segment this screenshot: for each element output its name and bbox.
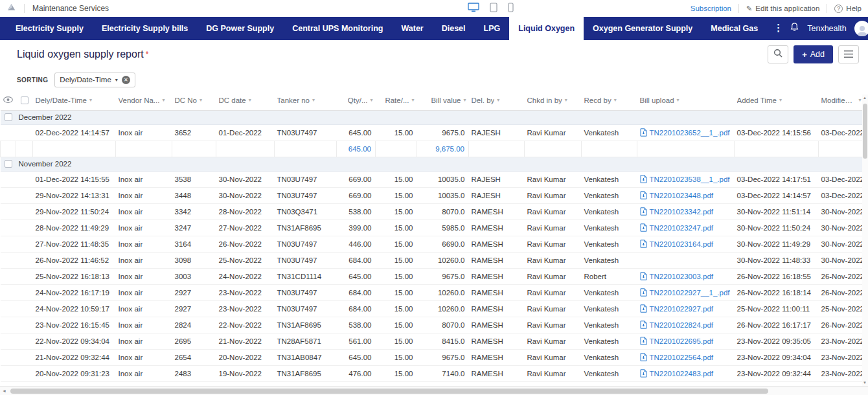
avatar[interactable] bbox=[854, 21, 868, 36]
bill-upload-link[interactable]: TN2201022483.pdf bbox=[650, 370, 713, 378]
remove-sort-icon[interactable]: ✕ bbox=[122, 76, 130, 84]
column-menu-icon[interactable]: ▾ bbox=[89, 97, 92, 103]
nav-tab-oxygen-generator-supply[interactable]: Oxygen Generator Supply bbox=[584, 17, 702, 40]
cell-bill-upload[interactable]: TN2201022564.pdf bbox=[637, 349, 735, 365]
column-header-rate[interactable]: Rate/...▾ bbox=[376, 91, 417, 110]
column-menu-icon[interactable]: ▾ bbox=[249, 97, 251, 103]
bill-upload-link[interactable]: TN2201022927.pdf bbox=[650, 305, 713, 313]
column-menu-icon[interactable]: ▾ bbox=[463, 97, 466, 103]
cell-bill-upload[interactable]: TN2201023342.pdf bbox=[637, 203, 735, 220]
table-row[interactable]: 29-Nov-2022 14:13:31Inox air344830-Nov-2… bbox=[1, 187, 864, 203]
cell-bill-upload[interactable]: TN2201022483.pdf bbox=[637, 365, 735, 381]
table-row[interactable]: 02-Dec-2022 14:14:57Inox air365201-Dec-2… bbox=[1, 124, 864, 141]
horizontal-scrollbar[interactable]: ◄ bbox=[0, 386, 868, 395]
column-header-dely-date-time[interactable]: Dely/Date-Time▾ bbox=[33, 91, 116, 110]
mobile-icon[interactable] bbox=[508, 3, 514, 15]
view-options-button[interactable] bbox=[838, 45, 859, 63]
notifications-bell-icon[interactable] bbox=[790, 22, 799, 35]
group-checkbox[interactable] bbox=[1, 157, 16, 171]
chevron-down-icon[interactable]: ▾ bbox=[115, 77, 118, 83]
cell-bill-upload[interactable]: TN2201022824.pdf bbox=[637, 317, 735, 333]
bill-upload-link[interactable]: TN2201022564.pdf bbox=[650, 354, 713, 361]
column-menu-icon[interactable]: ▾ bbox=[858, 97, 861, 103]
cell-bill-upload[interactable]: TN2201023003.pdf bbox=[637, 268, 735, 284]
table-row[interactable]: 24-Nov-2022 16:17:19Inox air292723-Nov-2… bbox=[1, 284, 864, 300]
bill-upload-link[interactable]: TN2201023652__1_.pdf bbox=[650, 129, 730, 137]
nav-tab-lpg[interactable]: LPG bbox=[475, 17, 510, 40]
sort-chip[interactable]: Dely/Date-Time ▾ ✕ bbox=[54, 73, 135, 87]
cell-bill-upload[interactable]: TN2201022927.pdf bbox=[637, 300, 735, 317]
column-menu-icon[interactable]: ▾ bbox=[370, 97, 372, 103]
column-menu-icon[interactable]: ▾ bbox=[162, 97, 165, 103]
column-menu-icon[interactable]: ▾ bbox=[565, 97, 567, 103]
cell-bill-upload[interactable]: TN2201023652__1_.pdf bbox=[637, 124, 735, 141]
table-row[interactable]: 20-Nov-2022 09:31:23Inox air248319-Nov-2… bbox=[1, 365, 864, 381]
nav-tab-dg-power-supply[interactable]: DG Power Supply bbox=[197, 17, 283, 40]
edit-application-button[interactable]: ✎ Edit this application bbox=[746, 5, 819, 13]
bill-upload-link[interactable]: TN2201022695.pdf bbox=[650, 337, 713, 345]
column-menu-icon[interactable]: ▾ bbox=[411, 97, 414, 103]
subscription-link[interactable]: Subscription bbox=[691, 5, 731, 12]
column-menu-icon[interactable]: ▾ bbox=[677, 97, 680, 103]
table-row[interactable]: 21-Nov-2022 09:32:44Inox air265420-Nov-2… bbox=[1, 349, 864, 365]
column-header-qty[interactable]: Qty/...▾ bbox=[337, 91, 376, 110]
table-row[interactable]: 23-Nov-2022 16:15:45Inox air282422-Nov-2… bbox=[1, 317, 864, 333]
cell-bill-upload[interactable]: TN2201023164.pdf bbox=[637, 236, 735, 252]
scroll-left-icon[interactable]: ◄ bbox=[2, 389, 6, 393]
column-header-dc-date[interactable]: DC date▾ bbox=[216, 91, 275, 110]
column-menu-icon[interactable]: ▾ bbox=[312, 97, 315, 103]
group-checkbox[interactable] bbox=[1, 110, 16, 124]
table-row[interactable]: 25-Nov-2022 16:18:13Inox air300324-Nov-2… bbox=[1, 268, 864, 284]
bill-upload-link[interactable]: TN2201023342.pdf bbox=[650, 208, 713, 216]
column-menu-icon[interactable]: ▾ bbox=[779, 97, 782, 103]
desktop-icon[interactable] bbox=[468, 3, 479, 15]
scroll-down-icon[interactable]: ▼ bbox=[863, 381, 867, 385]
column-menu-icon[interactable]: ▾ bbox=[200, 97, 202, 103]
nav-tab-water[interactable]: Water bbox=[392, 17, 432, 40]
table-row[interactable]: 29-Nov-2022 11:50:24Inox air334228-Nov-2… bbox=[1, 203, 864, 220]
nav-more-icon[interactable]: ⋮ bbox=[767, 17, 790, 40]
nav-tab-medical-gas[interactable]: Medical Gas bbox=[702, 17, 767, 40]
table-row[interactable]: 26-Nov-2022 11:46:52Inox air309825-Nov-2… bbox=[1, 252, 864, 268]
column-header-tanker-no[interactable]: Tanker no▾ bbox=[275, 91, 337, 110]
cell-bill-upload[interactable]: TN2201023538__1_.pdf bbox=[637, 171, 735, 187]
bill-upload-link[interactable]: TN2201023247.pdf bbox=[650, 224, 713, 232]
tablet-icon[interactable] bbox=[490, 3, 497, 15]
column-header-added-time[interactable]: Added Time▾ bbox=[735, 91, 819, 110]
nav-tab-electricity-supply-bills[interactable]: Electricity Supply bills bbox=[93, 17, 197, 40]
vertical-scrollbar[interactable]: ▲ ▼ bbox=[862, 95, 868, 386]
nav-tab-electricity-supply[interactable]: Electricity Supply bbox=[6, 17, 93, 40]
bill-upload-link[interactable]: TN2201023538__1_.pdf bbox=[650, 175, 730, 183]
column-header-vendor-na[interactable]: Vendor Na...▾ bbox=[116, 91, 172, 110]
column-header-modified-time[interactable]: Modified Time▾ bbox=[819, 91, 864, 110]
cell-bill-upload[interactable]: TN2201022927__1_.pdf bbox=[637, 284, 735, 300]
table-row[interactable]: 28-Nov-2022 11:49:29Inox air324727-Nov-2… bbox=[1, 220, 864, 236]
select-all-checkbox[interactable] bbox=[16, 91, 33, 110]
cell-bill-upload[interactable]: TN2201023448.pdf bbox=[637, 187, 735, 203]
column-header-dc-no[interactable]: DC No▾ bbox=[172, 91, 216, 110]
column-header-chkd-in-by[interactable]: Chkd in by▾ bbox=[525, 91, 582, 110]
column-menu-icon[interactable]: ▾ bbox=[614, 97, 617, 103]
column-header-recd-by[interactable]: Recd by▾ bbox=[582, 91, 637, 110]
bill-upload-link[interactable]: TN2201023448.pdf bbox=[650, 192, 713, 199]
scroll-up-icon[interactable]: ▲ bbox=[863, 96, 867, 100]
horizontal-scrollbar-thumb[interactable] bbox=[10, 389, 768, 394]
cell-bill-upload[interactable]: TN2201023247.pdf bbox=[637, 220, 735, 236]
cell-bill-upload[interactable]: TN2201022695.pdf bbox=[637, 333, 735, 349]
table-row[interactable]: 22-Nov-2022 09:34:04Inox air269521-Nov-2… bbox=[1, 333, 864, 349]
table-row[interactable]: 01-Dec-2022 14:15:55Inox air353830-Nov-2… bbox=[1, 171, 864, 187]
nav-tab-liquid-oxygen[interactable]: Liquid Oxygen bbox=[509, 17, 584, 40]
add-button[interactable]: + Add bbox=[794, 45, 833, 63]
table-row[interactable]: 27-Nov-2022 11:48:35Inox air316426-Nov-2… bbox=[1, 236, 864, 252]
column-header-del-by[interactable]: Del. by▾ bbox=[469, 91, 525, 110]
bill-upload-link[interactable]: TN2201022824.pdf bbox=[650, 321, 713, 329]
bill-upload-link[interactable]: TN2201023164.pdf bbox=[650, 240, 713, 248]
show-hide-eye-icon[interactable] bbox=[1, 91, 16, 110]
search-button[interactable] bbox=[768, 45, 788, 63]
nav-tab-diesel[interactable]: Diesel bbox=[433, 17, 475, 40]
column-header-bill-upload[interactable]: Bill upload▾ bbox=[637, 91, 735, 110]
help-button[interactable]: ? Help bbox=[834, 5, 862, 13]
bill-upload-link[interactable]: TN2201022927__1_.pdf bbox=[650, 289, 730, 297]
nav-tab-central-ups-monitoring[interactable]: Central UPS Monitoring bbox=[283, 17, 392, 40]
table-row[interactable]: 24-Nov-2022 10:59:17Inox air292723-Nov-2… bbox=[1, 300, 864, 317]
